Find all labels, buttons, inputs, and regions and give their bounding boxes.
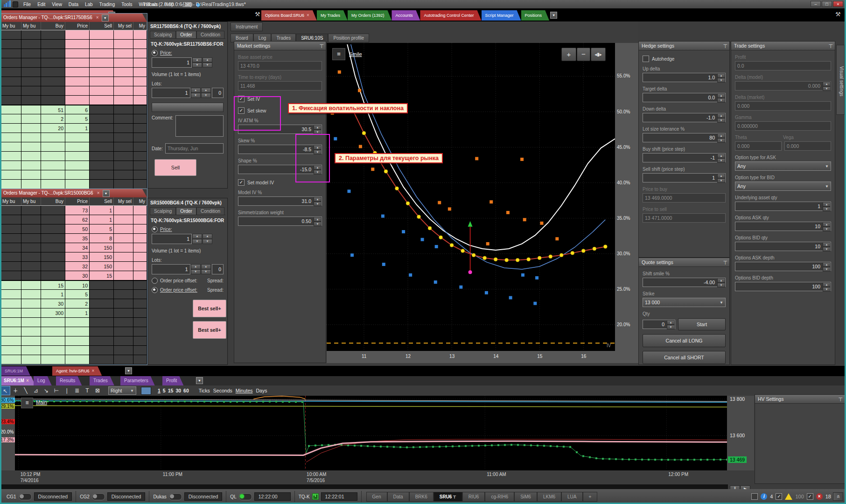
table-row[interactable] [1, 318, 147, 327]
trade-option-type-for-ask[interactable]: Any▼ [735, 161, 831, 171]
tab-my-orders-1392-[interactable]: My Orders (1392) [348, 10, 392, 21]
down-arrow-icon[interactable]: ▼ [203, 63, 212, 68]
unit-seconds[interactable]: Seconds [213, 388, 232, 393]
down-arrow-icon[interactable]: ▼ [717, 78, 725, 83]
column-header[interactable]: Buy [41, 197, 65, 205]
tab-profit[interactable]: Profit [162, 376, 183, 385]
table-row[interactable]: 358 [1, 234, 147, 243]
crosshair-tool-icon[interactable]: ∔ [10, 386, 21, 395]
trade-options-ask-qty[interactable]: 10▲▼ [735, 222, 831, 231]
spinner-arrows[interactable]: ▲▼ [314, 125, 322, 133]
minimize-button[interactable]: – [811, 1, 821, 7]
polyline-tool-icon[interactable]: ⊿ [31, 386, 41, 395]
tab-overflow-dropdown[interactable]: ▼ [550, 12, 557, 19]
table-row[interactable] [1, 180, 147, 189]
column-header[interactable]: My bu [1, 22, 21, 30]
stepper-arrows[interactable]: ▲▼▲▼ [192, 57, 212, 68]
menu-trading[interactable]: Trading [96, 2, 119, 7]
table-row[interactable]: 516 [1, 105, 147, 114]
ray-tool-icon[interactable]: ↘ [41, 386, 51, 395]
table-row[interactable]: 505 [1, 224, 147, 234]
arrow-column[interactable]: ▲▼ [203, 234, 212, 244]
down-arrow-icon[interactable]: ▼ [717, 158, 725, 163]
up-arrow-icon[interactable]: ▲ [823, 202, 831, 207]
hedge-sell-shift-price-step-[interactable]: 1▲▼ [643, 173, 726, 182]
cursor-tool-icon[interactable]: ↖ [0, 386, 10, 395]
table-row[interactable] [1, 355, 147, 364]
down-arrow-icon[interactable]: ▼ [823, 267, 831, 272]
arrow-column[interactable]: ▲▼ [203, 57, 212, 68]
panel-header[interactable]: Hedge settings⊤ [639, 42, 729, 50]
up-arrow-icon[interactable]: ▲ [823, 242, 831, 247]
tab-results[interactable]: Results [56, 376, 82, 385]
up-arrow-icon[interactable]: ▲ [201, 264, 211, 269]
checkbox-icon[interactable] [643, 56, 649, 62]
pane-menu-icon[interactable]: ≡ [21, 398, 33, 408]
down-arrow-icon[interactable]: ▼ [191, 269, 201, 274]
trade-options-bid-depth[interactable]: 100▲▼ [735, 282, 831, 291]
trendline-tool-icon[interactable]: ╲ [21, 386, 31, 395]
unit-minutes[interactable]: Minutes [236, 388, 253, 393]
trade-underlying-asset-qty[interactable]: 1▲▼ [735, 202, 831, 211]
autohedge-checkbox[interactable]: Autohedge [643, 56, 726, 62]
button-cancel-all-long[interactable]: Cancel all LONG [643, 334, 726, 347]
error-checkbox[interactable]: ✓ [807, 493, 813, 500]
down-arrow-icon[interactable]: ▼ [823, 247, 831, 252]
close-icon[interactable]: × [26, 376, 29, 385]
comment-input[interactable] [175, 115, 224, 137]
table-row[interactable]: 32150 [1, 262, 147, 271]
price-stepper[interactable]: 1▲▼▲▼ [152, 234, 224, 244]
up-arrow-icon[interactable]: ▲ [717, 154, 725, 158]
start-button[interactable]: Start [678, 318, 726, 330]
up-arrow-icon[interactable]: ▲ [203, 234, 212, 239]
instrument-tab-lkm6[interactable]: LKM6 [537, 492, 561, 502]
tab-trades[interactable]: Trades [90, 376, 114, 385]
table-row[interactable] [1, 170, 147, 180]
button-cancel-all-short[interactable]: Cancel all SHORT [643, 351, 726, 364]
spinner-arrows[interactable]: ▲▼ [823, 242, 831, 251]
menu-lab[interactable]: Lab [82, 2, 96, 7]
up-arrow-icon[interactable]: ▲ [314, 217, 322, 222]
spinner-arrows[interactable]: ▲▼ [314, 217, 322, 225]
down-arrow-icon[interactable]: ▼ [823, 227, 831, 231]
column-header[interactable]: My sel [114, 22, 133, 30]
down-arrow-icon[interactable]: ▼ [314, 222, 322, 226]
up-arrow-icon[interactable]: ▲ [717, 93, 725, 98]
qty-stepper[interactable]: 0▲▼ [643, 320, 675, 329]
panel-header[interactable]: Market settings⊤ [234, 42, 326, 50]
down-arrow-icon[interactable]: ▼ [823, 86, 831, 91]
tab-scalping[interactable]: Scalping [150, 207, 176, 215]
down-arrow-icon[interactable]: ▼ [192, 63, 202, 68]
trade-options-bid-qty[interactable]: 10▲▼ [735, 242, 831, 251]
checkbox-icon[interactable]: ✓ [238, 179, 245, 186]
panel-header[interactable]: Quote settings⊤ [639, 258, 729, 267]
delete-drawing-tool-icon[interactable]: ⊠ [92, 386, 103, 395]
panel-title-bar[interactable]: Orders Manager - TQ-...0vpk:SR15000BG6×▼ [1, 189, 147, 197]
up-arrow-icon[interactable]: ▲ [717, 278, 725, 283]
close-icon[interactable]: × [97, 189, 100, 197]
instrument-tab-cg-rih6[interactable]: cg-RIH6 [485, 492, 514, 502]
down-arrow-icon[interactable]: ▼ [717, 283, 725, 287]
sell-button[interactable]: Sell [154, 159, 196, 176]
arrow-column[interactable]: ▲▼ [191, 88, 201, 98]
pin-icon[interactable]: ⊤ [838, 395, 843, 404]
column-header[interactable]: My sel [133, 197, 147, 205]
arrow-column[interactable]: ▲▼ [201, 264, 211, 274]
agent-tab-dropdown[interactable]: ▼ [125, 367, 132, 374]
radio-icon[interactable] [152, 50, 158, 56]
down-arrow-icon[interactable]: ▼ [717, 98, 725, 103]
up-arrow-icon[interactable]: ▲ [823, 222, 831, 227]
order-price-offset-row[interactable]: Order price offset:Spread: [152, 278, 224, 284]
tab-positions[interactable]: Positions [521, 10, 550, 21]
price-radio-row[interactable]: Price: [152, 50, 224, 56]
up-arrow-icon[interactable]: ▲ [717, 133, 725, 138]
wrench-icon[interactable]: ⚒ [255, 11, 260, 18]
hedge-buy-shift-price-step-[interactable]: -1▲▼ [643, 153, 726, 162]
best-sell-button[interactable]: Best sell+ [193, 321, 226, 339]
info-checkbox[interactable] [751, 493, 758, 500]
spinner-arrows[interactable]: ▲▼ [717, 73, 725, 82]
menu-data[interactable]: Data [65, 2, 82, 7]
up-arrow-icon[interactable]: ▲ [717, 113, 725, 118]
align-select[interactable]: Right▼ [108, 386, 136, 395]
radio-icon[interactable] [152, 278, 158, 284]
